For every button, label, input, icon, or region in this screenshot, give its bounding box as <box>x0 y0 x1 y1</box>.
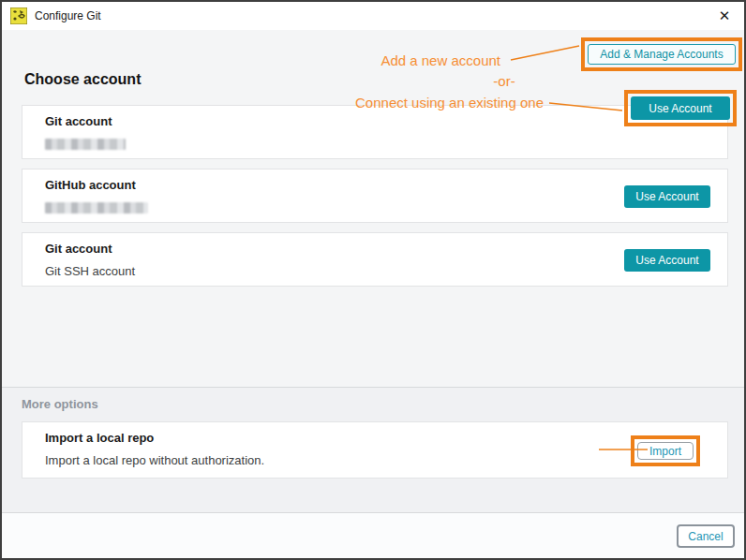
annotation-add-new-account: Add a new account <box>311 52 500 68</box>
cancel-button[interactable]: Cancel <box>677 524 735 548</box>
account-title: Git account <box>45 114 112 128</box>
tutorial-highlight-box: Use Account <box>624 90 737 126</box>
choose-account-section: Choose account Git account GitHub accoun… <box>2 30 744 387</box>
redacted-account-name <box>45 139 126 150</box>
add-manage-accounts-button[interactable]: Add & Manage Accounts <box>588 44 736 65</box>
account-subtitle: Git SSH account <box>45 264 135 278</box>
use-account-button[interactable]: Use Account <box>624 249 710 272</box>
annotation-or: -or- <box>475 73 533 89</box>
account-title: GitHub account <box>45 178 136 192</box>
account-title: Git account <box>45 242 112 256</box>
import-card-title: Import a local repo <box>45 431 154 445</box>
use-account-button[interactable]: Use Account <box>631 96 730 120</box>
footer-bar: Cancel <box>2 512 744 558</box>
redacted-account-name <box>45 202 148 214</box>
section-heading: Choose account <box>24 71 141 88</box>
window-title: Configure Git <box>35 9 101 22</box>
account-card-git-ssh: Git account Git SSH account Use Account <box>22 232 728 287</box>
import-local-repo-card: Import a local repo Import a local repo … <box>22 421 728 479</box>
close-icon[interactable]: ✕ <box>709 2 740 29</box>
more-options-heading: More options <box>22 397 98 411</box>
account-card-git: Git account <box>22 105 728 159</box>
import-card-description: Import a local repo without authorizatio… <box>45 453 264 467</box>
configure-git-dialog: Configure Git ✕ Choose account Git accou… <box>0 0 746 560</box>
account-card-github: GitHub account Use Account <box>22 169 728 223</box>
tutorial-highlight-box: Add & Manage Accounts <box>581 37 742 71</box>
import-button[interactable]: Import <box>637 442 694 460</box>
more-options-section: More options Import a local repo Import … <box>2 387 744 512</box>
use-account-button[interactable]: Use Account <box>624 185 710 208</box>
annotation-connect-existing: Connect using an existing one <box>311 95 544 111</box>
app-icon <box>10 7 27 24</box>
tutorial-highlight-box: Import <box>631 435 700 466</box>
title-bar: Configure Git ✕ <box>2 2 744 30</box>
